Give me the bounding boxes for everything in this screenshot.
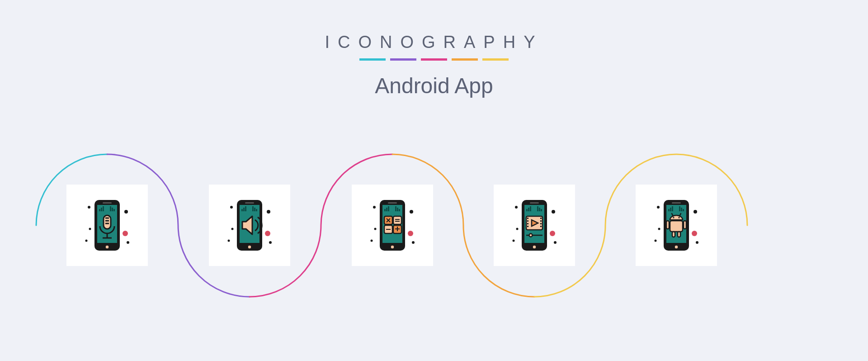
android-phone-icon <box>645 194 708 257</box>
svg-point-16 <box>88 206 90 209</box>
svg-rect-102 <box>672 232 675 237</box>
stripe-5 <box>482 58 509 61</box>
svg-rect-26 <box>241 209 243 211</box>
svg-point-19 <box>127 241 129 244</box>
svg-rect-66 <box>539 208 540 211</box>
icon-card <box>66 185 148 266</box>
svg-point-54 <box>371 240 373 242</box>
svg-rect-4 <box>99 209 100 211</box>
icon-card <box>352 185 433 266</box>
svg-point-20 <box>123 231 128 236</box>
svg-point-98 <box>678 217 679 218</box>
svg-rect-42 <box>384 209 386 211</box>
svg-rect-76 <box>540 226 542 227</box>
svg-point-36 <box>265 231 270 236</box>
svg-point-2 <box>105 245 109 249</box>
svg-point-35 <box>269 241 272 244</box>
stripe-1 <box>359 58 386 61</box>
svg-rect-61 <box>530 202 539 204</box>
svg-rect-3 <box>103 202 112 204</box>
svg-rect-63 <box>528 208 529 211</box>
svg-rect-47 <box>395 206 396 211</box>
svg-rect-30 <box>254 208 255 211</box>
svg-rect-46 <box>397 208 398 211</box>
svg-rect-89 <box>668 209 670 211</box>
svg-point-53 <box>410 210 413 214</box>
svg-point-17 <box>124 210 128 214</box>
svg-rect-7 <box>113 209 115 211</box>
svg-rect-92 <box>683 209 684 211</box>
svg-point-24 <box>248 245 251 249</box>
stripe-3 <box>421 58 447 61</box>
icon-card <box>494 185 575 266</box>
svg-point-108 <box>692 231 697 236</box>
svg-point-105 <box>693 210 697 214</box>
svg-rect-65 <box>541 209 542 211</box>
svg-rect-44 <box>388 206 389 211</box>
svg-rect-6 <box>103 206 104 211</box>
svg-point-55 <box>412 241 415 244</box>
svg-point-81 <box>513 240 515 242</box>
svg-rect-41 <box>388 202 397 204</box>
svg-rect-25 <box>245 202 254 204</box>
svg-point-32 <box>230 206 233 209</box>
svg-rect-70 <box>527 220 528 222</box>
svg-rect-100 <box>666 221 669 229</box>
svg-rect-73 <box>540 218 542 219</box>
svg-point-40 <box>391 245 394 249</box>
svg-rect-74 <box>540 220 542 222</box>
svg-point-33 <box>267 210 270 214</box>
svg-rect-103 <box>678 232 680 237</box>
svg-rect-43 <box>386 208 387 211</box>
pack-title: Android App <box>0 73 868 98</box>
svg-rect-69 <box>527 218 528 219</box>
svg-rect-75 <box>540 223 542 224</box>
svg-rect-29 <box>256 209 257 211</box>
brand-stripes <box>0 58 868 61</box>
svg-rect-62 <box>526 209 528 211</box>
svg-point-18 <box>85 240 88 242</box>
svg-rect-45 <box>399 209 400 211</box>
stripe-2 <box>390 58 416 61</box>
svg-point-57 <box>374 228 377 230</box>
svg-point-80 <box>552 210 555 214</box>
svg-rect-67 <box>537 206 538 211</box>
svg-point-97 <box>673 217 674 218</box>
svg-rect-90 <box>670 208 671 211</box>
calculator-phone-icon <box>361 194 424 257</box>
svg-point-78 <box>529 234 533 237</box>
svg-point-84 <box>516 228 519 230</box>
svg-point-104 <box>657 206 660 209</box>
svg-rect-9 <box>110 206 111 211</box>
video-phone-icon <box>503 194 566 257</box>
svg-rect-64 <box>530 206 531 211</box>
svg-point-21 <box>89 228 91 230</box>
svg-point-82 <box>554 241 557 244</box>
svg-rect-94 <box>679 206 680 211</box>
svg-point-34 <box>228 240 230 242</box>
svg-rect-72 <box>527 226 528 227</box>
stripe-4 <box>452 58 478 61</box>
svg-point-56 <box>408 231 413 236</box>
icon-row <box>0 185 868 275</box>
svg-rect-99 <box>670 221 683 232</box>
icon-card <box>209 185 290 266</box>
svg-point-83 <box>550 231 555 236</box>
svg-point-79 <box>515 206 518 209</box>
svg-rect-49 <box>393 216 401 224</box>
svg-point-106 <box>655 240 657 242</box>
svg-rect-28 <box>245 206 246 211</box>
svg-rect-93 <box>681 208 682 211</box>
svg-rect-101 <box>684 221 686 229</box>
svg-point-107 <box>696 241 698 244</box>
svg-point-37 <box>231 228 234 230</box>
svg-point-87 <box>675 245 678 249</box>
icon-card <box>636 185 717 266</box>
svg-rect-88 <box>672 202 681 204</box>
svg-point-109 <box>658 228 660 230</box>
microphone-phone-icon <box>75 194 139 257</box>
speaker-phone-icon <box>218 194 281 257</box>
svg-rect-91 <box>672 206 673 211</box>
svg-rect-31 <box>252 206 254 211</box>
brand-title: ICONOGRAPHY <box>0 33 868 52</box>
